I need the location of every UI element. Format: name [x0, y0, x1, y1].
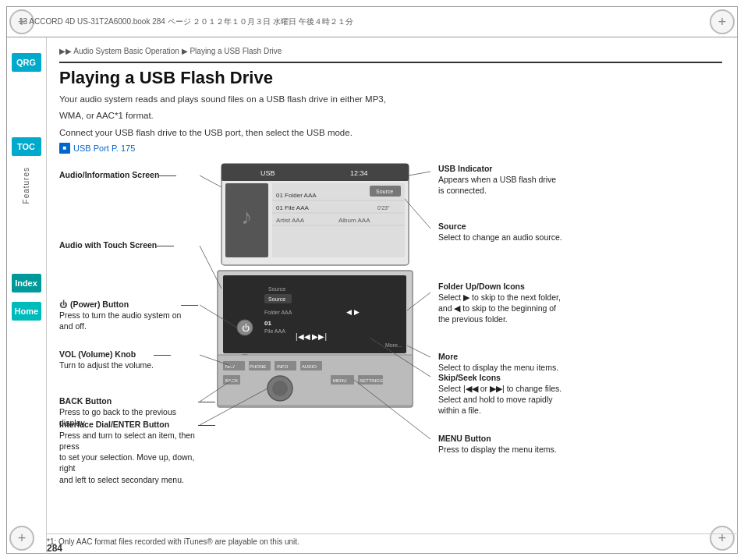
- sidebar-tab-toc[interactable]: TOC: [12, 137, 41, 156]
- link-ref-text[interactable]: USB Port P. 175: [73, 144, 135, 153]
- ann-usb-title: USB Indicator: [438, 164, 492, 173]
- svg-text:0'23": 0'23": [377, 205, 390, 211]
- breadcrumb-item2: Playing a USB Flash Drive: [190, 47, 282, 55]
- svg-text:Artist AAA: Artist AAA: [276, 217, 305, 224]
- ann-dial-desc: Press and turn to select an item, then p…: [59, 431, 195, 484]
- ann-audio-info-screen: Audio/Information Screen: [59, 169, 159, 180]
- ann-folder-title: Folder Up/Down Icons: [438, 282, 525, 291]
- sidebar-features-label: Features: [22, 167, 30, 204]
- title-section: Playing a USB Flash Drive Your audio sys…: [59, 62, 722, 154]
- breadcrumb-arrow1: ▶▶: [59, 47, 72, 55]
- ann-skip-seek: Skip/Seek Icons Select |◀◀ or ▶▶| to cha…: [438, 372, 562, 416]
- svg-text:More...: More...: [385, 342, 402, 348]
- svg-text:Source: Source: [268, 296, 285, 302]
- svg-text:Folder AAA: Folder AAA: [264, 310, 292, 315]
- svg-text:01 File AAA: 01 File AAA: [276, 204, 309, 211]
- svg-line-49: [200, 175, 221, 187]
- ann-dial-title: Interface Dial/ENTER Button: [59, 420, 169, 429]
- svg-text:AUDIO: AUDIO: [302, 364, 317, 369]
- ann-source-desc: Select to change an audio source.: [438, 232, 562, 242]
- ann-skip-title: Skip/Seek Icons: [438, 373, 501, 382]
- crosshair-tr: [714, 14, 730, 30]
- svg-text:USB: USB: [260, 169, 275, 177]
- footer-note-text: *1: Only AAC format files recorded with …: [47, 537, 299, 546]
- intro-line1: Your audio system reads and plays sound …: [59, 93, 722, 106]
- ann-vol-desc: Turn to adjust the volume.: [59, 360, 154, 370]
- ann-more-desc: Select to display the menu items.: [438, 363, 558, 372]
- svg-line-50: [200, 246, 221, 289]
- svg-text:SETTINGS: SETTINGS: [360, 378, 383, 383]
- ann-menu-title: MENU Button: [438, 434, 491, 443]
- breadcrumb-item1: Audio System Basic Operation: [73, 47, 179, 55]
- svg-text:|◀◀  ▶▶|: |◀◀ ▶▶|: [296, 332, 327, 341]
- ann-interface-dial: Interface Dial/ENTER Button Press and tu…: [59, 419, 198, 485]
- ann-power-desc: Press to turn the audio system onand off…: [59, 310, 181, 331]
- svg-text:MENU: MENU: [333, 378, 347, 383]
- svg-text:01: 01: [264, 320, 271, 327]
- footer-note: *1: Only AAC format files recorded with …: [47, 533, 738, 546]
- link-ref[interactable]: ■ USB Port P. 175: [59, 143, 722, 154]
- sidebar-tab-home[interactable]: Home: [12, 302, 41, 321]
- svg-rect-1: [221, 164, 409, 181]
- svg-text:01 Folder AAA: 01 Folder AAA: [276, 192, 317, 199]
- ann-audio-touch-screen: Audio with Touch Screen: [59, 239, 157, 250]
- main-content: ▶▶ Audio System Basic Operation ▶ Playin…: [47, 37, 738, 554]
- ann-more-title: More: [438, 352, 458, 361]
- ann-source: Source Select to change an audio source.: [438, 221, 562, 243]
- svg-point-44: [272, 381, 288, 396]
- crosshair-tl: [14, 14, 30, 30]
- page-title: Playing a USB Flash Drive: [59, 68, 722, 88]
- ann-power-button: ⏻ (Power) Button Press to turn the audio…: [59, 299, 181, 332]
- left-annotations: Audio/Information Screen Audio with Touc…: [59, 160, 198, 448]
- intro-line3: Connect your USB flash drive to the USB …: [59, 126, 722, 140]
- sidebar-tab-index[interactable]: Index: [12, 274, 41, 292]
- page-number: 284: [47, 543, 62, 554]
- ref-icon: ■: [59, 143, 70, 154]
- breadcrumb-arrow2: ▶: [182, 47, 188, 55]
- breadcrumb: ▶▶ Audio System Basic Operation ▶ Playin…: [59, 47, 722, 55]
- top-header: 13 ACCORD 4D US-31T2A6000.book 284 ページ ２…: [6, 6, 738, 37]
- svg-text:PHONE: PHONE: [250, 364, 266, 369]
- ann-menu-button: MENU Button Press to display the menu it…: [438, 433, 557, 455]
- svg-text:INFO: INFO: [277, 364, 289, 369]
- svg-text:Source: Source: [376, 189, 393, 194]
- svg-text:12:34: 12:34: [350, 169, 368, 177]
- ann-vol-knob: VOL (Volume) Knob Turn to adjust the vol…: [59, 349, 154, 370]
- ann-skip-desc: Select |◀◀ or ▶▶| to change files.Select…: [438, 384, 562, 415]
- svg-text:Album AAA: Album AAA: [338, 217, 370, 224]
- ann-menu-desc: Press to display the menu items.: [438, 445, 557, 454]
- sidebar-tab-qrg[interactable]: QRG: [12, 53, 41, 72]
- ann-source-title: Source: [438, 222, 466, 231]
- ann-back-title: BACK Button: [59, 396, 112, 406]
- svg-line-55: [409, 172, 430, 175]
- ann-audio-touch-screen-title: Audio with Touch Screen: [59, 240, 157, 250]
- svg-text:Source: Source: [268, 286, 285, 292]
- center-device-image: USB 12:34 ♪ 01 Folder AAA 01 File AAA 0'…: [198, 160, 432, 448]
- svg-rect-18: [223, 275, 406, 353]
- svg-text:File AAA: File AAA: [264, 328, 285, 334]
- intro-line2: WMA, or AAC*1 format.: [59, 109, 722, 122]
- ann-vol-title: VOL (Volume) Knob: [59, 349, 136, 359]
- svg-text:♪: ♪: [241, 204, 252, 229]
- ann-usb-indicator: USB Indicator Appears when a USB flash d…: [438, 163, 556, 197]
- svg-text:NAV: NAV: [225, 364, 235, 369]
- ann-audio-info-screen-title: Audio/Information Screen: [59, 170, 159, 179]
- svg-text:⏻: ⏻: [242, 324, 250, 332]
- svg-text:◀  ▶: ◀ ▶: [346, 308, 360, 316]
- right-annotations: USB Indicator Appears when a USB flash d…: [432, 160, 722, 448]
- ann-usb-desc: Appears when a USB flash driveis connect…: [438, 175, 556, 195]
- sidebar: QRG TOC Features Index Home: [6, 37, 47, 554]
- header-text: 13 ACCORD 4D US-31T2A6000.book 284 ページ ２…: [19, 16, 353, 27]
- diagram-container: Audio/Information Screen Audio with Touc…: [59, 160, 722, 448]
- ann-folder-icons: Folder Up/Down Icons Select ▶ to skip to…: [438, 281, 561, 325]
- ann-folder-desc: Select ▶ to skip to the next folder,and …: [438, 292, 561, 324]
- ann-power-title: ⏻ (Power) Button: [59, 299, 129, 309]
- ann-more: More Select to display the menu items.: [438, 351, 558, 373]
